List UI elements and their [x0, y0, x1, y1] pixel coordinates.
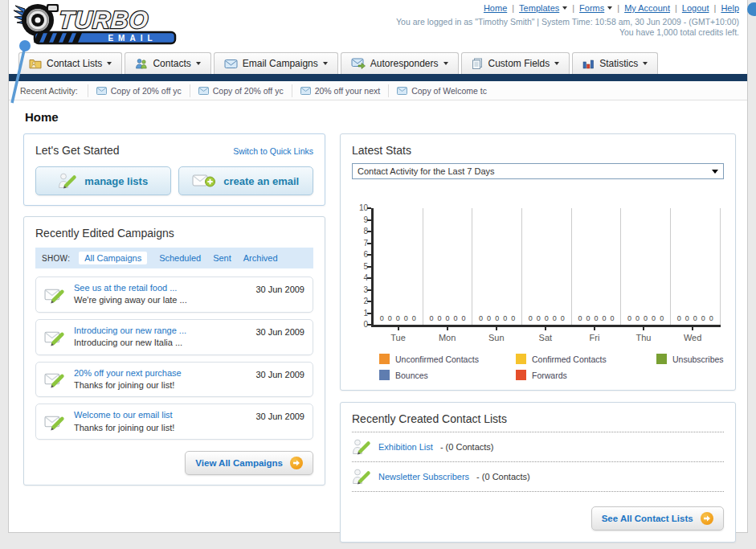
- recent-activity-item[interactable]: 20% off your next: [292, 84, 389, 97]
- y-tick-label: 4: [353, 274, 368, 282]
- x-tick-label: Tue: [374, 327, 423, 342]
- recent-activity-item[interactable]: Copy of 20% off yc: [88, 84, 190, 97]
- login-info: You are logged in as "Timothy Smith" | S…: [396, 17, 739, 27]
- contact-activity-chart: 012345678910 000000000000000000000000000…: [352, 208, 724, 342]
- tab-contact-lists[interactable]: Contact Lists: [18, 52, 122, 74]
- y-tick-mark: [367, 301, 371, 302]
- separator: |: [675, 3, 677, 13]
- chevron-down-icon: [323, 62, 328, 65]
- logo: TURBO EMAIL: [12, 2, 197, 50]
- recent-activity-item[interactable]: Copy of Welcome tc: [388, 84, 495, 97]
- campaign-link[interactable]: See us at the retail food ...: [74, 282, 247, 294]
- tab-autoresponders[interactable]: Autoresponders: [341, 52, 459, 74]
- navy-divider-bar: [9, 74, 747, 81]
- tab-label: Custom Fields: [488, 58, 550, 69]
- contact-list-link[interactable]: Exhibition List: [378, 442, 433, 452]
- legend-swatch: [379, 370, 390, 380]
- bar-value-label: 0: [693, 314, 697, 322]
- chart-legend: Unconfirmed Contacts Confirmed Contacts …: [379, 354, 724, 380]
- envelope-icon: [198, 87, 209, 95]
- bar-value-label: 0: [462, 314, 466, 322]
- campaign-link[interactable]: Introducing our new range ...: [74, 325, 247, 337]
- y-tick-mark: [367, 289, 371, 291]
- bar-value-label: 0: [445, 314, 449, 322]
- campaigns-title: Recently Edited Campaigns: [35, 227, 313, 240]
- tab-email-campaigns[interactable]: Email Campaigns: [214, 52, 338, 74]
- arrow-right-icon: [701, 512, 713, 525]
- envelope-plus-icon: [192, 173, 216, 189]
- tab-label: Email Campaigns: [243, 58, 318, 69]
- left-column: Let's Get Started Switch to Quick Links …: [23, 133, 325, 485]
- logo-subtitle: EMAIL: [108, 34, 157, 43]
- stats-dropdown[interactable]: Contact Activity for the Last 7 Days: [352, 163, 724, 179]
- manage-lists-button[interactable]: manage lists: [35, 166, 171, 195]
- recent-activity-item[interactable]: Copy of 20% off yc: [190, 84, 292, 97]
- y-tick-label: 5: [353, 263, 368, 271]
- y-tick-label: 10: [353, 204, 368, 212]
- campaign-subtitle: Introducing our new Italia ...: [74, 337, 247, 349]
- tab-custom-fields[interactable]: Custom Fields: [461, 52, 570, 74]
- chart-day-group: 00000: [423, 208, 473, 325]
- view-all-campaigns-button[interactable]: View All Campaigns: [185, 451, 313, 475]
- y-tick-mark: [367, 243, 371, 244]
- bar-value-label: 0: [635, 314, 640, 322]
- chevron-down-icon: [554, 62, 559, 65]
- get-started-title: Let's Get Started: [35, 144, 120, 157]
- see-all-contact-lists-button[interactable]: See All Contact Lists: [591, 506, 724, 531]
- link-logout[interactable]: Logout: [682, 3, 709, 13]
- link-forms[interactable]: Forms: [579, 3, 612, 13]
- link-templates[interactable]: Templates: [519, 3, 567, 13]
- filter-archived[interactable]: Archived: [243, 253, 278, 263]
- view-all-campaigns-label: View All Campaigns: [195, 458, 283, 468]
- x-tick-label: Thu: [619, 327, 668, 342]
- stats-dropdown-value: Contact Activity for the Last 7 Days: [358, 166, 495, 176]
- create-email-button[interactable]: create an email: [178, 166, 314, 195]
- envelope-pencil-icon: [44, 285, 66, 304]
- bar-value-label: 0: [701, 314, 705, 322]
- contact-list-link[interactable]: Newsletter Subscribers: [378, 472, 469, 481]
- campaign-date: 30 Jun 2009: [255, 327, 304, 337]
- filter-sent[interactable]: Sent: [213, 253, 231, 263]
- chart-day-group: 00000: [671, 208, 721, 325]
- legend-item: Unconfirmed Contacts: [379, 354, 516, 364]
- help-bubble-icon[interactable]: [747, 2, 756, 16]
- bar-value-label: 0: [610, 314, 614, 322]
- link-help[interactable]: Help: [721, 3, 739, 13]
- bar-value-label: 0: [660, 314, 664, 322]
- latest-stats-panel: Latest Stats Contact Activity for the La…: [340, 133, 736, 391]
- filter-all-campaigns[interactable]: All Campaigns: [79, 252, 147, 264]
- bar-value-label: 0: [487, 314, 491, 322]
- chart-x-labels: TueMonSunSatFriThuWed: [374, 327, 717, 342]
- campaign-subtitle: We're giving away our late ...: [74, 294, 247, 306]
- create-email-label: create an email: [223, 175, 299, 187]
- bar-value-label: 0: [429, 314, 433, 322]
- page: TURBO EMAIL Home | Templates | Forms | M…: [8, 0, 748, 533]
- chart-day-group: 00000: [472, 208, 522, 325]
- bar-value-label: 0: [412, 314, 416, 322]
- legend-swatch: [516, 354, 526, 364]
- people-icon: [135, 58, 148, 69]
- envelope-pencil-icon: [44, 328, 66, 346]
- show-label: SHOW:: [42, 254, 70, 263]
- bar-chart-icon: [582, 59, 595, 69]
- switch-quick-links[interactable]: Switch to Quick Links: [233, 146, 313, 156]
- tab-contacts[interactable]: Contacts: [125, 52, 210, 74]
- bar-value-label: 0: [537, 314, 541, 322]
- page-title: Home: [25, 110, 733, 124]
- right-column: Latest Stats Contact Activity for the La…: [340, 133, 736, 543]
- filter-scheduled[interactable]: Scheduled: [159, 253, 201, 263]
- tab-statistics[interactable]: Statistics: [572, 52, 658, 74]
- campaign-link[interactable]: 20% off your next purchase: [74, 367, 247, 379]
- bar-value-label: 0: [677, 314, 681, 322]
- link-my-account[interactable]: My Account: [624, 3, 670, 13]
- tab-label: Autoresponders: [370, 58, 439, 69]
- chevron-down-icon: [196, 62, 201, 65]
- header-right: Home | Templates | Forms | My Account | …: [396, 3, 739, 37]
- contact-list-row: Exhibition List - (0 Contacts): [352, 432, 724, 462]
- bar-value-label: 0: [503, 314, 507, 322]
- y-tick-mark: [367, 324, 371, 326]
- link-home[interactable]: Home: [484, 3, 507, 13]
- bar-value-label: 0: [479, 314, 483, 322]
- y-tick-label: 2: [353, 297, 368, 305]
- campaign-link[interactable]: Welcome to our email list: [74, 409, 247, 421]
